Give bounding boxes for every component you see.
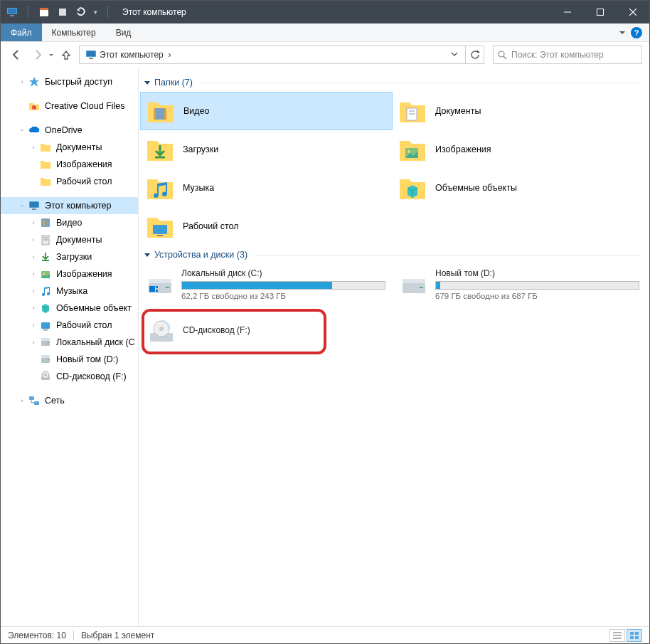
help-icon[interactable]: ? [631,27,642,38]
minimize-button[interactable] [551,1,584,23]
undo-icon[interactable] [75,6,87,18]
breadcrumb[interactable]: Этот компьютер › [100,50,447,60]
folder-videos[interactable]: Видео [140,92,393,130]
svg-rect-58 [403,279,425,283]
ribbon-tabs: Файл Компьютер Вид ? [1,23,649,42]
downloads-icon [146,135,174,164]
tree-item[interactable]: ›Документы [1,231,138,248]
drive-c[interactable]: Локальный диск (C:) 62,2 ГБ свободно из … [140,264,391,305]
svg-rect-34 [48,359,49,360]
refresh-button[interactable] [466,46,484,64]
chevron-down-icon [144,81,150,85]
tree-this-pc[interactable]: ›Этот компьютер [1,197,138,214]
tree-item[interactable]: ›Локальный диск (C [1,334,138,351]
svg-rect-27 [41,322,50,329]
svg-rect-30 [41,338,50,341]
svg-point-15 [32,105,36,110]
tree-creative-cloud[interactable]: ›Creative Cloud Files [1,97,138,115]
folder-label: Объемные объекты [435,183,517,193]
folder-3d-objects[interactable]: Объемные объекты [393,169,645,207]
tree-item[interactable]: ›Объемные объект [1,300,138,317]
up-button[interactable] [58,46,75,63]
highlight-annotation: CD-дисковод (F:) [142,309,326,354]
navigation-bar: Этот компьютер › Поиск: Этот компьютер [1,42,649,68]
computer-tab[interactable]: Компьютер [42,23,106,41]
svg-rect-66 [630,632,634,635]
tree-network[interactable]: ›Сеть [1,392,138,409]
svg-point-13 [499,51,504,57]
tree-item[interactable]: ›Документы [1,139,138,156]
svg-point-26 [43,273,46,275]
file-tab[interactable]: Файл [1,23,42,41]
folders-group-header[interactable]: Папки (7) [139,73,646,92]
svg-rect-68 [630,636,634,639]
music-icon [146,174,174,202]
this-pc-icon [6,6,18,18]
folder-label: Загрузки [183,144,218,154]
group-title: Папки (7) [154,78,193,88]
folder-desktop[interactable]: Рабочий стол [140,207,393,246]
svg-rect-29 [41,341,50,346]
drive-name: CD-дисковод (F:) [183,325,321,335]
close-button[interactable] [617,1,649,23]
drive-f-cd[interactable]: CD-дисковод (F:) [144,313,324,350]
drive-usage-bar [435,281,639,290]
svg-line-14 [504,56,506,59]
back-button[interactable] [8,46,25,63]
svg-rect-49 [153,225,167,234]
folder-label: Изображения [435,144,491,154]
search-placeholder: Поиск: Этот компьютер [511,50,604,60]
drive-d[interactable]: Новый том (D:) 679 ГБ свободно из 687 ГБ [394,264,645,305]
videos-icon [146,97,175,125]
svg-rect-2 [10,15,14,16]
folder-music[interactable]: Музыка [140,169,393,207]
new-folder-icon[interactable] [57,6,68,18]
address-bar[interactable]: Этот компьютер › [79,46,466,64]
customize-qat-dropdown[interactable]: ▾ [94,9,97,16]
recent-dropdown[interactable] [49,54,53,56]
folder-pictures[interactable]: Изображения [393,130,645,169]
tree-item[interactable]: ›Изображения [1,265,138,283]
address-pc-icon [85,49,97,60]
svg-rect-11 [87,51,95,56]
drive-icon [400,270,428,299]
group-title: Устройства и диски (3) [154,250,247,260]
folder-downloads[interactable]: Загрузки [140,130,393,169]
window-title: Этот компьютер [122,7,551,17]
search-input[interactable]: Поиск: Этот компьютер [493,46,642,64]
tree-item[interactable]: ›Рабочий стол [1,173,138,190]
large-icons-view-button[interactable] [627,629,642,642]
svg-rect-50 [157,235,163,236]
svg-rect-54 [149,286,155,292]
pictures-icon [398,135,427,164]
details-view-button[interactable] [609,629,625,642]
svg-rect-39 [34,401,39,405]
tree-item[interactable]: ›CD-дисковод (F:) [1,368,138,385]
drive-subtext: 62,2 ГБ свободно из 243 ГБ [181,292,385,300]
drive-usage-bar [181,281,385,290]
svg-rect-12 [89,58,93,59]
forward-button[interactable] [29,46,46,63]
view-tab[interactable]: Вид [106,23,142,41]
tree-item[interactable]: ›Музыка [1,283,138,300]
address-dropdown-icon[interactable] [447,50,462,60]
tree-onedrive[interactable]: ›OneDrive [1,122,138,139]
tree-item[interactable]: ›Новый том (D:) [1,351,138,368]
tree-item[interactable]: ›Загрузки [1,248,138,265]
content-area: ›Быстрый доступ ›Creative Cloud Files ›O… [1,68,649,626]
tree-item[interactable]: ›Видео [1,214,138,231]
drives-group-header[interactable]: Устройства и диски (3) [139,246,646,264]
status-selection: Выбран 1 элемент [81,630,154,640]
folder-label: Видео [183,106,210,116]
status-items-count: Элементов: 10 [8,630,66,640]
svg-rect-53 [166,287,169,288]
tree-item[interactable]: ›Рабочий стол [1,317,138,334]
maximize-button[interactable] [584,1,617,23]
svg-point-48 [407,150,410,153]
folder-documents[interactable]: Документы [393,92,645,130]
tree-item[interactable]: ›Изображения [1,156,138,173]
ribbon-expand-icon[interactable] [619,31,625,34]
tree-quick-access[interactable]: ›Быстрый доступ [1,73,138,90]
properties-icon[interactable] [38,6,50,18]
drive-icon [146,270,174,299]
